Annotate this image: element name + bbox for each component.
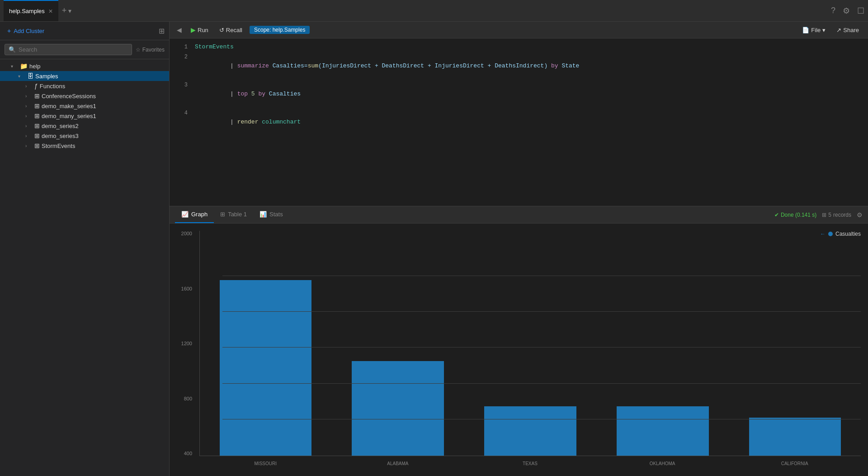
sidebar-item-label: demo_make_series1 [42, 103, 96, 109]
chevron-right-icon: › [25, 94, 33, 99]
code-token: sum [308, 62, 318, 69]
settings-icon[interactable]: ⚙ [843, 6, 850, 16]
done-text: Done (0.141 s) [781, 212, 816, 218]
active-tab[interactable]: help.Samples ✕ [4, 0, 58, 21]
sidebar-item-demo-many-series1[interactable]: › ⊞ demo_many_series1 [0, 111, 169, 121]
chevron-right-icon: › [25, 114, 33, 119]
sidebar-top-actions: + Add Cluster ⊞ [0, 22, 169, 40]
bar [484, 406, 576, 456]
code-token: State [561, 62, 579, 69]
y-label-800: 800 [184, 396, 196, 401]
recall-button[interactable]: ↺ Recall [216, 25, 246, 35]
file-button[interactable]: 📄 File ▾ [798, 25, 829, 35]
tab-graph[interactable]: 📈 Graph [175, 206, 214, 223]
sidebar-item-label: help [29, 63, 41, 70]
sidebar-item-label: demo_series2 [42, 123, 79, 129]
code-line-4: 4 | render columnchart [170, 108, 868, 136]
chart-body: 2000 1600 1200 800 400 [177, 231, 861, 469]
bars-area [199, 231, 861, 456]
code-token: = [304, 62, 308, 69]
chevron-right-icon: › [25, 84, 33, 89]
chevron-down-icon: ▾ [18, 74, 25, 79]
code-token: + [371, 62, 382, 69]
sidebar-item-stormevents[interactable]: › ⊞ StormEvents [0, 141, 169, 151]
sidebar-item-demo-make-series1[interactable]: › ⊞ demo_make_series1 [0, 101, 169, 111]
code-editor[interactable]: 1 StormEvents 2 | summarize Casalties=su… [170, 38, 868, 206]
new-tab-button[interactable]: + [62, 6, 67, 15]
close-tab-button[interactable]: ✕ [48, 8, 53, 14]
sidebar-item-samples[interactable]: ▾ 🗄 Samples [0, 71, 169, 81]
x-label-missouri: MISSOURI [199, 459, 332, 466]
table-icon: ⊞ [34, 132, 40, 139]
bar-california [729, 231, 861, 456]
code-token: InjuriesDirect [435, 62, 484, 69]
recall-icon: ↺ [219, 27, 224, 33]
sidebar-item-conferencesessions[interactable]: › ⊞ ConferenceSessions [0, 91, 169, 101]
tab-label: help.Samples [9, 8, 45, 14]
bar-texas [465, 231, 596, 456]
sidebar: + Add Cluster ⊞ 🔍 ☆ Favorites ▾ 📁 help [0, 22, 170, 476]
code-token: StormEvents [195, 43, 234, 52]
code-token: ( [318, 62, 322, 69]
sidebar-item-label: StormEvents [42, 143, 75, 149]
status-records: ⊞ 5 records [822, 212, 851, 218]
code-token: summarize [237, 62, 273, 69]
tab-table1[interactable]: ⊞ Table 1 [214, 206, 253, 223]
sidebar-item-label: Functions [40, 83, 65, 90]
bar-missouri [200, 231, 331, 456]
code-token: DeathsDirect [382, 62, 425, 69]
tab-stats[interactable]: 📊 Stats [253, 206, 289, 223]
sidebar-item-functions[interactable]: › ƒ Functions [0, 81, 169, 91]
code-token: top [237, 90, 251, 97]
table-icon: ⊞ [34, 102, 40, 109]
sidebar-item-help[interactable]: ▾ 📁 help [0, 61, 169, 71]
run-button[interactable]: ▶ Run [187, 24, 212, 35]
code-token: + [424, 62, 434, 69]
grid-view-icon[interactable]: ⊞ [159, 27, 165, 35]
y-label-1600: 1600 [181, 286, 196, 291]
y-label-1200: 1200 [181, 341, 196, 346]
sidebar-item-demo-series3[interactable]: › ⊞ demo_series3 [0, 131, 169, 141]
database-icon: 🗄 [27, 72, 33, 80]
bar-oklahoma [597, 231, 728, 456]
chevron-right-icon: › [25, 104, 33, 109]
code-token: 5 [251, 90, 259, 97]
table-icon: ⊞ [34, 112, 40, 119]
search-input[interactable] [19, 46, 128, 53]
code-token: InjuriesDirect [322, 62, 371, 69]
code-line-2: 2 | summarize Casalties=sum(InjuriesDire… [170, 52, 868, 80]
code-token: + [484, 62, 495, 69]
grid-line-2000 [222, 276, 861, 276]
code-token: columnchart [262, 119, 301, 125]
code-token: Casalties [273, 62, 304, 69]
back-button[interactable]: ◀ [175, 24, 184, 35]
sidebar-item-label: ConferenceSessions [42, 93, 96, 100]
chart-settings-icon[interactable]: ⚙ [857, 211, 863, 219]
favorites-button[interactable]: ☆ Favorites [136, 47, 165, 53]
results-tabs: 📈 Graph ⊞ Table 1 📊 Stats ✔ Done (0.141 … [170, 206, 868, 224]
sidebar-item-demo-series2[interactable]: › ⊞ demo_series2 [0, 121, 169, 131]
results-status: ✔ Done (0.141 s) ⊞ 5 records ⚙ [774, 211, 863, 219]
chevron-right-icon: › [25, 133, 33, 138]
table-icon: ⊞ [34, 142, 40, 149]
line-number: 3 [177, 81, 188, 90]
favorites-label: Favorites [142, 47, 165, 53]
help-icon[interactable]: ? [831, 6, 835, 16]
grid-icon: ⊞ [822, 212, 826, 218]
check-icon: ✔ [774, 212, 779, 218]
code-token: Casalties [269, 90, 301, 97]
line-number: 4 [177, 109, 188, 118]
window-icon[interactable]: ☐ [857, 6, 864, 16]
add-cluster-button[interactable]: + Add Cluster [5, 25, 47, 36]
line-number: 1 [177, 43, 188, 52]
code-token: | [230, 90, 237, 97]
search-row: 🔍 ☆ Favorites [0, 40, 169, 59]
grid-line-800 [222, 383, 861, 384]
bar [220, 280, 312, 456]
search-input-wrap[interactable]: 🔍 [5, 44, 132, 55]
search-icon: 🔍 [9, 46, 16, 53]
tab-dropdown-button[interactable]: ▾ [68, 7, 71, 14]
scope-badge: Scope: help.Samples [250, 26, 310, 34]
share-button[interactable]: ↗ Share [833, 25, 863, 35]
code-token: DeathsIndirect [495, 62, 544, 69]
